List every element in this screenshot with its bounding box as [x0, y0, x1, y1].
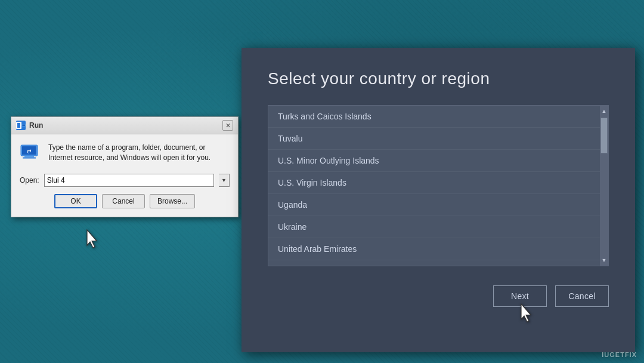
run-close-button[interactable]: ✕: [222, 120, 233, 131]
country-list-item[interactable]: U.S. Minor Outlying Islands: [268, 150, 608, 172]
run-description: Type the name of a program, folder, docu…: [48, 143, 230, 163]
svg-rect-1: [22, 125, 25, 126]
watermark: IUGETFIX: [602, 351, 637, 358]
run-dropdown-arrow[interactable]: ▼: [219, 174, 230, 187]
svg-rect-7: [23, 158, 36, 159]
run-buttons: OK Cancel Browse...: [11, 194, 238, 217]
svg-rect-6: [24, 156, 34, 158]
country-list[interactable]: Turks and Caicos IslandsTuvaluU.S. Minor…: [268, 106, 608, 266]
country-next-button[interactable]: Next: [493, 285, 547, 307]
scroll-up[interactable]: ▲: [600, 106, 608, 116]
country-list-item[interactable]: United Arab Emirates: [268, 238, 608, 260]
run-body: ⇄ Type the name of a program, folder, do…: [11, 134, 238, 174]
run-title: Run: [29, 121, 43, 130]
country-cancel-button[interactable]: Cancel: [555, 285, 609, 307]
svg-text:⇄: ⇄: [27, 148, 32, 154]
run-browse-button[interactable]: Browse...: [150, 194, 195, 208]
run-cancel-button[interactable]: Cancel: [102, 194, 145, 208]
country-dialog: Select your country or region Turks and …: [242, 48, 635, 352]
svg-rect-2: [22, 127, 24, 127]
country-footer: Next Cancel: [242, 266, 635, 307]
scroll-thumb[interactable]: [600, 118, 608, 153]
cursor-run: [85, 229, 101, 250]
run-titlebar-left: Run: [16, 121, 43, 130]
run-input[interactable]: [44, 174, 214, 187]
run-open-label: Open:: [20, 176, 39, 184]
country-list-item[interactable]: Tuvalu: [268, 128, 608, 150]
country-list-item[interactable]: U.S. Virgin Islands: [268, 172, 608, 194]
run-ok-button[interactable]: OK: [54, 194, 97, 208]
run-input-row: Open: ▼: [11, 174, 238, 194]
country-list-item[interactable]: Turks and Caicos Islands: [268, 106, 608, 128]
scrollbar[interactable]: ▲ ▼: [600, 106, 608, 266]
country-title: Select your country or region: [268, 69, 609, 88]
run-pc-icon: ⇄: [20, 143, 41, 164]
run-icon: [16, 121, 26, 130]
country-list-container[interactable]: Turks and Caicos IslandsTuvaluU.S. Minor…: [268, 105, 609, 266]
country-list-item[interactable]: United Kingdom: [268, 260, 608, 266]
scroll-down[interactable]: ▼: [600, 255, 608, 266]
run-dialog: Run ✕ ⇄ Type the name of a program, fold…: [11, 116, 239, 217]
country-list-item[interactable]: Ukraine: [268, 216, 608, 238]
country-list-item[interactable]: Uganda: [268, 194, 608, 216]
run-titlebar: Run ✕: [11, 117, 238, 134]
country-header: Select your country or region: [242, 48, 635, 105]
